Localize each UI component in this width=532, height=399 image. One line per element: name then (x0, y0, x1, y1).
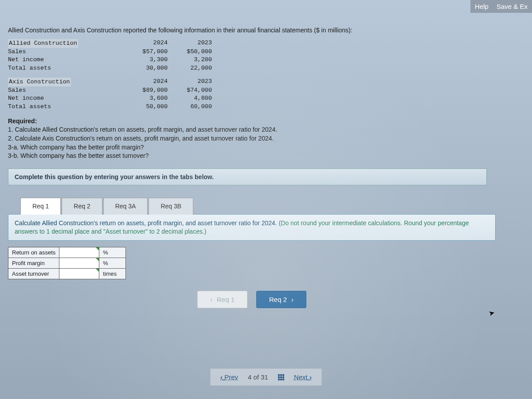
allied-row-label: Sales (8, 48, 123, 56)
required-item: 3-a. Which company has the better profit… (8, 144, 144, 151)
allied-cell: 30,000 (123, 64, 168, 72)
required-item: 3-b. Which company has the better asset … (8, 152, 149, 159)
save-exit-link[interactable]: Save & Ex (497, 3, 528, 10)
axis-row-label: Net income (8, 94, 123, 102)
tab-req1[interactable]: Req 1 (20, 198, 61, 215)
required-heading: Required: (8, 117, 37, 125)
axis-cell: 60,000 (168, 103, 212, 111)
allied-row-label: Total assets (8, 64, 123, 72)
prev-label: Prev (224, 373, 238, 381)
chevron-right-icon: › (309, 373, 312, 381)
allied-year-2024: 2024 (123, 39, 168, 48)
answer-unit: times (99, 268, 126, 279)
help-link[interactable]: Help (475, 3, 489, 10)
allied-row-label: Net income (8, 56, 123, 64)
chevron-left-icon: ‹ (210, 296, 212, 303)
axis-row-label: Total assets (8, 103, 123, 111)
tab-strip: Req 1 Req 2 Req 3A Req 3B (20, 198, 524, 215)
allied-header: Allied Construction (8, 39, 78, 48)
tab-prompt: Calculate Allied Construction's return o… (15, 219, 489, 236)
allied-table: Allied Construction 2024 2023 Sales $57,… (8, 39, 524, 72)
allied-year-2023: 2023 (168, 39, 212, 48)
chevron-right-icon: › (291, 296, 293, 303)
top-toolbar: Help Save & Ex (470, 0, 532, 13)
intro-text: Allied Construction and Axis Constructio… (8, 27, 524, 34)
prev-question-link[interactable]: ‹ Prev (220, 373, 238, 381)
answer-table: Return on assets % Profit margin % Asset… (8, 247, 126, 279)
axis-year-2023: 2023 (168, 78, 212, 86)
answer-label: Asset turnover (8, 268, 59, 279)
answer-row: Profit margin % (8, 258, 126, 268)
axis-cell: $89,000 (123, 86, 168, 94)
answer-label: Profit margin (8, 258, 59, 268)
answer-unit: % (99, 247, 126, 258)
required-block: Required: 1. Calculate Allied Constructi… (8, 117, 524, 160)
grid-icon[interactable] (278, 374, 284, 380)
answer-unit: % (99, 258, 126, 268)
answer-label: Return on assets (8, 247, 59, 258)
answer-input-profit-margin[interactable] (59, 258, 99, 268)
chevron-left-icon: ‹ (220, 373, 223, 381)
question-content: Allied Construction and Axis Constructio… (0, 0, 532, 316)
instruction-bar: Complete this question by entering your … (8, 168, 487, 185)
allied-cell: 3,300 (123, 56, 168, 64)
inner-next-label: Req 2 (269, 296, 287, 303)
axis-header: Axis Construction (8, 78, 71, 86)
inner-nav: ‹ Req 1 Req 2 › (8, 291, 496, 308)
tab-req3b[interactable]: Req 3B (149, 198, 193, 215)
tab-req2[interactable]: Req 2 (62, 198, 102, 215)
inner-prev-button[interactable]: ‹ Req 1 (197, 291, 247, 308)
required-item: 2. Calculate Axis Construction's return … (8, 135, 274, 142)
answer-row: Asset turnover times (8, 268, 126, 279)
question-counter: 4 of 31 (248, 373, 268, 381)
axis-row-label: Sales (8, 86, 123, 94)
axis-table: Axis Construction 2024 2023 Sales $89,00… (8, 78, 524, 111)
allied-cell: 3,200 (168, 56, 212, 64)
inner-next-button[interactable]: Req 2 › (256, 291, 306, 308)
allied-cell: 22,000 (168, 64, 212, 72)
axis-cell: 50,000 (123, 103, 168, 111)
answer-input-roa[interactable] (59, 247, 99, 258)
axis-cell: $74,000 (168, 86, 212, 94)
bottom-nav: ‹ Prev 4 of 31 Next › (210, 368, 322, 386)
tab-body: Calculate Allied Construction's return o… (8, 214, 496, 241)
axis-cell: 3,600 (123, 94, 168, 102)
tab-prompt-main: Calculate Allied Construction's return o… (15, 219, 279, 227)
inner-prev-label: Req 1 (217, 296, 235, 303)
allied-cell: $50,000 (168, 48, 212, 56)
required-item: 1. Calculate Allied Construction's retur… (8, 126, 277, 133)
next-label: Next (294, 373, 308, 381)
axis-year-2024: 2024 (123, 78, 168, 86)
allied-cell: $57,000 (123, 48, 168, 56)
tab-req3a[interactable]: Req 3A (103, 198, 148, 215)
answer-row: Return on assets % (8, 247, 126, 258)
next-question-link[interactable]: Next › (294, 373, 312, 381)
answer-input-asset-turnover[interactable] (59, 268, 99, 279)
axis-cell: 4,800 (168, 94, 212, 102)
